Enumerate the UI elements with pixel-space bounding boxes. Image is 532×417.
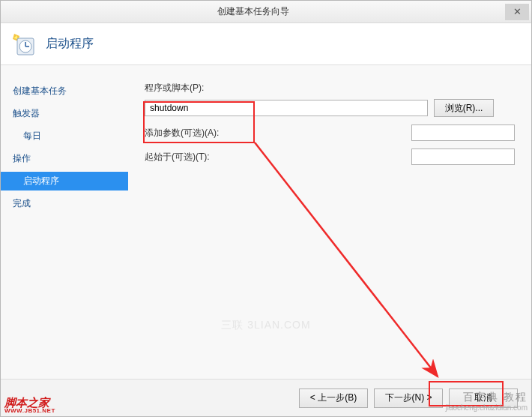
- wizard-window: 创建基本任务向导 ✕ 启动程序 创建基本任务 触发器 每日 操作 启动程序 完成: [0, 0, 532, 417]
- program-label: 程序或脚本(P):: [145, 82, 515, 94]
- wizard-footer: < 上一步(B) 下一步(N) > 取消: [1, 379, 531, 416]
- sidebar-item-create-task[interactable]: 创建基本任务: [1, 82, 128, 100]
- close-button[interactable]: ✕: [505, 4, 529, 20]
- sidebar-item-action[interactable]: 操作: [1, 149, 128, 168]
- sidebar-item-trigger[interactable]: 触发器: [1, 104, 128, 123]
- wizard-page-title: 启动程序: [46, 36, 94, 52]
- back-button[interactable]: < 上一步(B): [299, 388, 368, 408]
- startin-row: 起始于(可选)(T):: [145, 148, 515, 165]
- startin-input[interactable]: [411, 148, 515, 165]
- arguments-row: 添加参数(可选)(A):: [145, 124, 515, 141]
- wizard-header: 启动程序: [1, 23, 531, 65]
- wizard-sidebar: 创建基本任务 触发器 每日 操作 启动程序 完成: [1, 65, 128, 379]
- browse-button[interactable]: 浏览(R)...: [434, 99, 494, 117]
- sidebar-item-finish[interactable]: 完成: [1, 194, 128, 213]
- window-title: 创建基本任务向导: [1, 5, 505, 18]
- next-button[interactable]: 下一步(N) >: [374, 388, 443, 408]
- sidebar-item-daily[interactable]: 每日: [1, 127, 128, 146]
- scheduler-icon: [11, 32, 35, 56]
- cancel-button[interactable]: 取消: [449, 388, 518, 408]
- program-input[interactable]: [145, 100, 428, 116]
- sidebar-item-start-program[interactable]: 启动程序: [1, 172, 128, 190]
- close-icon: ✕: [513, 6, 522, 17]
- wizard-content: 创建基本任务 触发器 每日 操作 启动程序 完成 程序或脚本(P): 浏览(R)…: [1, 65, 531, 379]
- titlebar: 创建基本任务向导 ✕: [1, 1, 531, 23]
- arguments-label: 添加参数(可选)(A):: [145, 127, 220, 140]
- program-row: 程序或脚本(P): 浏览(R)...: [145, 82, 515, 117]
- arguments-input[interactable]: [411, 124, 515, 141]
- wizard-main-panel: 程序或脚本(P): 浏览(R)... 添加参数(可选)(A): 起始于(可选)(…: [128, 65, 531, 379]
- startin-label: 起始于(可选)(T):: [145, 151, 220, 164]
